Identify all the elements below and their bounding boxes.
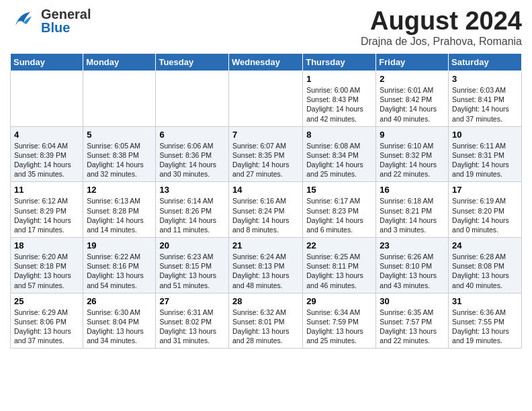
title-area: August 2024 Drajna de Jos, Prahova, Roma… bbox=[361, 7, 522, 48]
weekday-header-friday: Friday bbox=[376, 54, 449, 71]
day-detail: Sunrise: 6:11 AM Sunset: 8:31 PM Dayligh… bbox=[452, 141, 518, 179]
calendar-cell bbox=[11, 71, 83, 127]
calendar-cell: 19Sunrise: 6:22 AM Sunset: 8:16 PM Dayli… bbox=[83, 238, 156, 293]
day-number: 9 bbox=[380, 130, 445, 140]
location-subtitle: Drajna de Jos, Prahova, Romania bbox=[361, 36, 522, 48]
weekday-header-tuesday: Tuesday bbox=[156, 54, 229, 71]
day-detail: Sunrise: 6:35 AM Sunset: 7:57 PM Dayligh… bbox=[380, 308, 445, 346]
calendar-cell bbox=[83, 71, 156, 127]
day-detail: Sunrise: 6:36 AM Sunset: 7:55 PM Dayligh… bbox=[452, 308, 518, 346]
day-detail: Sunrise: 6:29 AM Sunset: 8:06 PM Dayligh… bbox=[14, 308, 79, 346]
calendar-cell: 17Sunrise: 6:19 AM Sunset: 8:20 PM Dayli… bbox=[449, 182, 522, 238]
day-detail: Sunrise: 6:32 AM Sunset: 8:01 PM Dayligh… bbox=[232, 308, 299, 346]
day-detail: Sunrise: 6:17 AM Sunset: 8:23 PM Dayligh… bbox=[306, 196, 372, 234]
calendar-cell: 10Sunrise: 6:11 AM Sunset: 8:31 PM Dayli… bbox=[449, 126, 522, 182]
day-number: 16 bbox=[380, 185, 445, 195]
day-detail: Sunrise: 6:16 AM Sunset: 8:24 PM Dayligh… bbox=[232, 196, 299, 234]
day-number: 10 bbox=[452, 130, 518, 140]
calendar-cell: 23Sunrise: 6:26 AM Sunset: 8:10 PM Dayli… bbox=[376, 238, 449, 293]
day-detail: Sunrise: 6:06 AM Sunset: 8:36 PM Dayligh… bbox=[159, 141, 225, 179]
calendar-cell: 13Sunrise: 6:14 AM Sunset: 8:26 PM Dayli… bbox=[156, 182, 229, 238]
calendar-cell: 16Sunrise: 6:18 AM Sunset: 8:21 PM Dayli… bbox=[376, 182, 449, 238]
calendar-cell: 27Sunrise: 6:31 AM Sunset: 8:02 PM Dayli… bbox=[156, 293, 229, 349]
calendar-week-row: 25Sunrise: 6:29 AM Sunset: 8:06 PM Dayli… bbox=[11, 293, 522, 349]
day-number: 24 bbox=[452, 240, 518, 250]
weekday-header-saturday: Saturday bbox=[449, 54, 522, 71]
logo-bird-icon bbox=[10, 7, 36, 35]
day-number: 18 bbox=[14, 240, 79, 250]
calendar-cell: 30Sunrise: 6:35 AM Sunset: 7:57 PM Dayli… bbox=[376, 293, 449, 349]
day-number: 20 bbox=[159, 240, 225, 250]
day-number: 13 bbox=[159, 185, 225, 195]
day-detail: Sunrise: 6:08 AM Sunset: 8:34 PM Dayligh… bbox=[306, 141, 372, 179]
page-header: General Blue August 2024 Drajna de Jos, … bbox=[10, 7, 522, 48]
calendar-cell: 21Sunrise: 6:24 AM Sunset: 8:13 PM Dayli… bbox=[228, 238, 302, 293]
day-detail: Sunrise: 6:28 AM Sunset: 8:08 PM Dayligh… bbox=[452, 252, 518, 290]
calendar-cell: 14Sunrise: 6:16 AM Sunset: 8:24 PM Dayli… bbox=[228, 182, 302, 238]
day-detail: Sunrise: 6:14 AM Sunset: 8:26 PM Dayligh… bbox=[159, 196, 225, 234]
day-number: 21 bbox=[232, 240, 299, 250]
calendar-cell: 28Sunrise: 6:32 AM Sunset: 8:01 PM Dayli… bbox=[228, 293, 302, 349]
day-detail: Sunrise: 6:31 AM Sunset: 8:02 PM Dayligh… bbox=[159, 308, 225, 346]
calendar-cell: 29Sunrise: 6:34 AM Sunset: 7:59 PM Dayli… bbox=[303, 293, 376, 349]
day-number: 29 bbox=[306, 296, 372, 306]
calendar-cell: 3Sunrise: 6:03 AM Sunset: 8:41 PM Daylig… bbox=[449, 71, 522, 127]
calendar-cell bbox=[228, 71, 302, 127]
calendar-cell: 1Sunrise: 6:00 AM Sunset: 8:43 PM Daylig… bbox=[303, 71, 376, 127]
day-number: 7 bbox=[232, 130, 299, 140]
day-number: 6 bbox=[159, 130, 225, 140]
day-detail: Sunrise: 6:05 AM Sunset: 8:38 PM Dayligh… bbox=[87, 141, 152, 179]
day-detail: Sunrise: 6:04 AM Sunset: 8:39 PM Dayligh… bbox=[14, 141, 79, 179]
weekday-header-thursday: Thursday bbox=[303, 54, 376, 71]
day-detail: Sunrise: 6:34 AM Sunset: 7:59 PM Dayligh… bbox=[306, 308, 372, 346]
weekday-header-sunday: Sunday bbox=[11, 54, 83, 71]
calendar-cell: 24Sunrise: 6:28 AM Sunset: 8:08 PM Dayli… bbox=[449, 238, 522, 293]
day-detail: Sunrise: 6:07 AM Sunset: 8:35 PM Dayligh… bbox=[232, 141, 299, 179]
calendar-cell: 2Sunrise: 6:01 AM Sunset: 8:42 PM Daylig… bbox=[376, 71, 449, 127]
weekday-header-row: SundayMondayTuesdayWednesdayThursdayFrid… bbox=[11, 54, 522, 71]
calendar-cell: 5Sunrise: 6:05 AM Sunset: 8:38 PM Daylig… bbox=[83, 126, 156, 182]
calendar-cell: 20Sunrise: 6:23 AM Sunset: 8:15 PM Dayli… bbox=[156, 238, 229, 293]
day-detail: Sunrise: 6:30 AM Sunset: 8:04 PM Dayligh… bbox=[87, 308, 152, 346]
day-detail: Sunrise: 6:00 AM Sunset: 8:43 PM Dayligh… bbox=[306, 85, 372, 124]
logo-blue-text: Blue bbox=[41, 20, 70, 35]
day-number: 14 bbox=[232, 185, 299, 195]
day-detail: Sunrise: 6:12 AM Sunset: 8:29 PM Dayligh… bbox=[14, 196, 79, 234]
day-number: 31 bbox=[452, 296, 518, 306]
day-detail: Sunrise: 6:01 AM Sunset: 8:42 PM Dayligh… bbox=[380, 85, 445, 124]
day-detail: Sunrise: 6:03 AM Sunset: 8:41 PM Dayligh… bbox=[452, 85, 518, 124]
day-number: 4 bbox=[14, 130, 79, 140]
calendar-week-row: 18Sunrise: 6:20 AM Sunset: 8:18 PM Dayli… bbox=[11, 238, 522, 293]
calendar-cell: 4Sunrise: 6:04 AM Sunset: 8:39 PM Daylig… bbox=[11, 126, 83, 182]
day-number: 22 bbox=[306, 240, 372, 250]
calendar-cell: 15Sunrise: 6:17 AM Sunset: 8:23 PM Dayli… bbox=[303, 182, 376, 238]
day-number: 3 bbox=[452, 74, 518, 84]
weekday-header-monday: Monday bbox=[83, 54, 156, 71]
calendar-cell: 18Sunrise: 6:20 AM Sunset: 8:18 PM Dayli… bbox=[11, 238, 83, 293]
calendar-body: 1Sunrise: 6:00 AM Sunset: 8:43 PM Daylig… bbox=[11, 71, 522, 349]
calendar-cell: 8Sunrise: 6:08 AM Sunset: 8:34 PM Daylig… bbox=[303, 126, 376, 182]
day-detail: Sunrise: 6:25 AM Sunset: 8:11 PM Dayligh… bbox=[306, 252, 372, 290]
calendar-cell bbox=[156, 71, 229, 127]
day-detail: Sunrise: 6:22 AM Sunset: 8:16 PM Dayligh… bbox=[87, 252, 152, 290]
calendar-week-row: 4Sunrise: 6:04 AM Sunset: 8:39 PM Daylig… bbox=[11, 126, 522, 182]
day-number: 28 bbox=[232, 296, 299, 306]
day-number: 26 bbox=[87, 296, 152, 306]
weekday-header-wednesday: Wednesday bbox=[228, 54, 302, 71]
day-detail: Sunrise: 6:26 AM Sunset: 8:10 PM Dayligh… bbox=[380, 252, 445, 290]
day-number: 23 bbox=[380, 240, 445, 250]
calendar-cell: 31Sunrise: 6:36 AM Sunset: 7:55 PM Dayli… bbox=[449, 293, 522, 349]
calendar-cell: 25Sunrise: 6:29 AM Sunset: 8:06 PM Dayli… bbox=[11, 293, 83, 349]
day-detail: Sunrise: 6:23 AM Sunset: 8:15 PM Dayligh… bbox=[159, 252, 225, 290]
calendar-table: SundayMondayTuesdayWednesdayThursdayFrid… bbox=[10, 53, 522, 349]
day-detail: Sunrise: 6:18 AM Sunset: 8:21 PM Dayligh… bbox=[380, 196, 445, 234]
calendar-cell: 22Sunrise: 6:25 AM Sunset: 8:11 PM Dayli… bbox=[303, 238, 376, 293]
day-number: 15 bbox=[306, 185, 372, 195]
day-number: 5 bbox=[87, 130, 152, 140]
day-number: 2 bbox=[380, 74, 445, 84]
logo-general-text: General bbox=[41, 7, 91, 21]
day-number: 17 bbox=[452, 185, 518, 195]
month-year-title: August 2024 bbox=[361, 7, 522, 36]
day-number: 12 bbox=[87, 185, 152, 195]
day-number: 25 bbox=[14, 296, 79, 306]
